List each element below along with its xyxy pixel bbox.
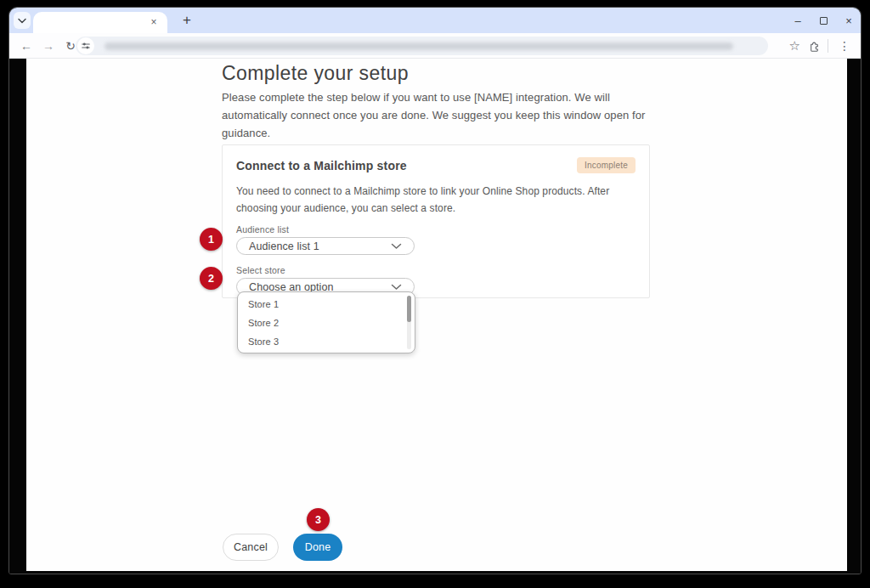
status-badge: Incomplete xyxy=(577,157,636,173)
store-option-1[interactable]: Store 1 xyxy=(238,295,415,314)
select-store-label: Select store xyxy=(236,265,636,275)
tab-strip: × + – × xyxy=(9,8,861,33)
page-viewport: Complete your setup Please complete the … xyxy=(9,59,861,574)
chevron-down-icon xyxy=(18,18,26,24)
step-badge-1: 1 xyxy=(200,228,223,251)
site-settings-button[interactable] xyxy=(77,37,94,54)
tune-icon xyxy=(81,41,91,51)
chevron-down-icon xyxy=(391,243,402,250)
tab-close-icon[interactable]: × xyxy=(147,15,161,29)
maximize-icon xyxy=(820,17,828,25)
tab-search-button[interactable] xyxy=(14,12,31,29)
browser-tab[interactable]: × xyxy=(33,12,167,33)
step-badge-3: 3 xyxy=(307,508,330,531)
page-title: Complete your setup xyxy=(222,62,409,85)
browser-window: × + – × ← → ↻ ☆ xyxy=(8,7,862,574)
card-header: Connect to a Mailchimp store Incomplete xyxy=(236,159,636,173)
window-controls: – × xyxy=(791,8,856,33)
store-option-3[interactable]: Store 3 xyxy=(238,332,415,351)
redacted-url-text xyxy=(105,42,733,50)
window-close-button[interactable]: × xyxy=(842,14,856,27)
cancel-button[interactable]: Cancel xyxy=(223,534,279,561)
bookmark-star-icon[interactable]: ☆ xyxy=(789,38,800,54)
done-button[interactable]: Done xyxy=(293,534,342,561)
address-bar[interactable] xyxy=(76,37,768,55)
card-description: You need to connect to a Mailchimp store… xyxy=(236,183,642,217)
back-button[interactable]: ← xyxy=(16,36,37,56)
chevron-down-icon xyxy=(391,284,402,291)
forward-button[interactable]: → xyxy=(38,36,59,56)
toolbar-right-actions: ☆ ⋮ xyxy=(789,33,854,59)
puzzle-icon xyxy=(807,39,821,53)
page-description: Please complete the step below if you wa… xyxy=(222,88,653,142)
store-options-dropdown: Store 1 Store 2 Store 3 xyxy=(237,291,415,353)
audience-list-select[interactable]: Audience list 1 xyxy=(236,237,415,255)
minimize-button[interactable]: – xyxy=(791,14,805,27)
store-option-2[interactable]: Store 2 xyxy=(238,314,415,332)
card-title: Connect to a Mailchimp store xyxy=(236,159,407,172)
maximize-button[interactable] xyxy=(816,14,830,27)
new-tab-button[interactable]: + xyxy=(178,10,196,31)
toolbar-divider xyxy=(828,39,828,53)
step-badge-2: 2 xyxy=(200,267,223,290)
extensions-button[interactable] xyxy=(807,39,821,53)
browser-toolbar: ← → ↻ ☆ ⋮ xyxy=(9,33,861,59)
audience-list-label: Audience list xyxy=(236,224,636,235)
mailchimp-setup-card: Connect to a Mailchimp store Incomplete … xyxy=(222,144,650,298)
audience-list-value: Audience list 1 xyxy=(249,240,319,252)
dropdown-scrollbar-thumb[interactable] xyxy=(407,296,411,322)
page-content-panel: Complete your setup Please complete the … xyxy=(26,59,847,571)
browser-menu-button[interactable]: ⋮ xyxy=(835,39,854,53)
